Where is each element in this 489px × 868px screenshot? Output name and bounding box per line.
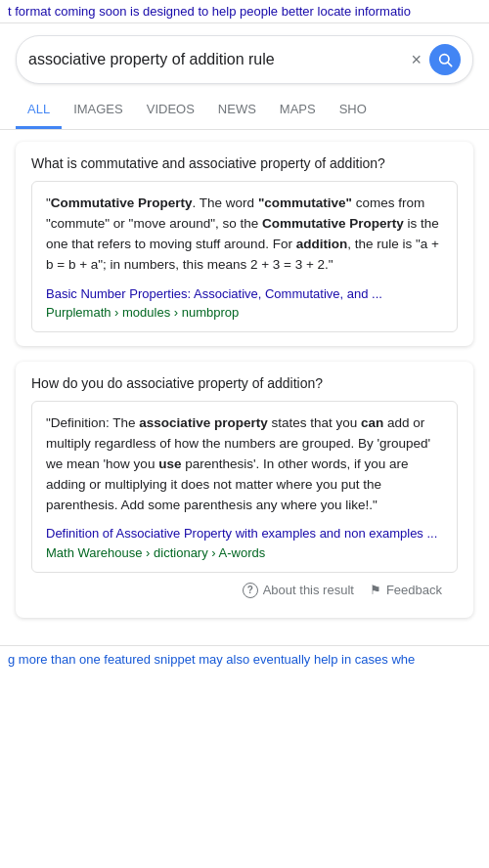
search-input[interactable] — [28, 51, 411, 68]
flag-icon: ⚑ — [370, 583, 381, 597]
result-question-2: How do you do associative property of ad… — [31, 375, 458, 391]
snippet-source-2: Math Warehouse › dictionary › A-words — [46, 545, 443, 560]
snippet-link-anchor-1[interactable]: Basic Number Properties: Associative, Co… — [46, 286, 382, 301]
about-button[interactable]: ? About this result — [243, 583, 354, 598]
bottom-banner: g more than one featured snippet may als… — [0, 645, 489, 673]
tab-all[interactable]: ALL — [16, 92, 62, 129]
clear-icon[interactable]: × — [411, 51, 422, 68]
search-bar: × — [16, 35, 473, 84]
main-content: What is commutative and associative prop… — [0, 130, 489, 645]
about-icon: ? — [243, 583, 258, 598]
top-banner-text: t format coming soon is designed to help… — [8, 4, 411, 19]
tab-news[interactable]: NEWS — [206, 92, 268, 129]
snippet-link-1[interactable]: Basic Number Properties: Associative, Co… — [46, 285, 443, 303]
snippet-source-1: Purplemath › modules › numbprop — [46, 305, 443, 320]
tab-maps[interactable]: MAPS — [268, 92, 328, 129]
about-label: About this result — [263, 583, 354, 597]
tabs-bar: ALL IMAGES VIDEOS NEWS MAPS SHO — [0, 92, 489, 130]
search-icon — [437, 52, 453, 67]
snippet-link-2[interactable]: Definition of Associative Property with … — [46, 525, 443, 542]
snippet-text-2: "Definition: The associative property st… — [46, 413, 443, 516]
snippet-box-2: "Definition: The associative property st… — [31, 401, 458, 573]
tab-videos[interactable]: VIDEOS — [135, 92, 206, 129]
top-banner: t format coming soon is designed to help… — [0, 0, 489, 23]
snippet-text-1: "Commutative Property. The word "commuta… — [46, 194, 443, 276]
tab-images[interactable]: IMAGES — [62, 92, 135, 129]
result-question-1: What is commutative and associative prop… — [31, 155, 458, 171]
result-card-1: What is commutative and associative prop… — [16, 142, 473, 346]
search-area: × — [0, 23, 489, 84]
snippet-link-anchor-2[interactable]: Definition of Associative Property with … — [46, 526, 437, 541]
tab-shopping[interactable]: SHO — [328, 92, 378, 129]
result-card-2: How do you do associative property of ad… — [16, 362, 473, 618]
bottom-bar: ? About this result ⚑ Feedback — [31, 573, 458, 604]
feedback-label: Feedback — [386, 583, 442, 597]
svg-line-1 — [448, 63, 452, 66]
bottom-banner-text: g more than one featured snippet may als… — [8, 652, 415, 667]
search-button[interactable] — [429, 44, 461, 75]
snippet-box-1: "Commutative Property. The word "commuta… — [31, 181, 458, 332]
feedback-button[interactable]: ⚑ Feedback — [370, 583, 442, 597]
